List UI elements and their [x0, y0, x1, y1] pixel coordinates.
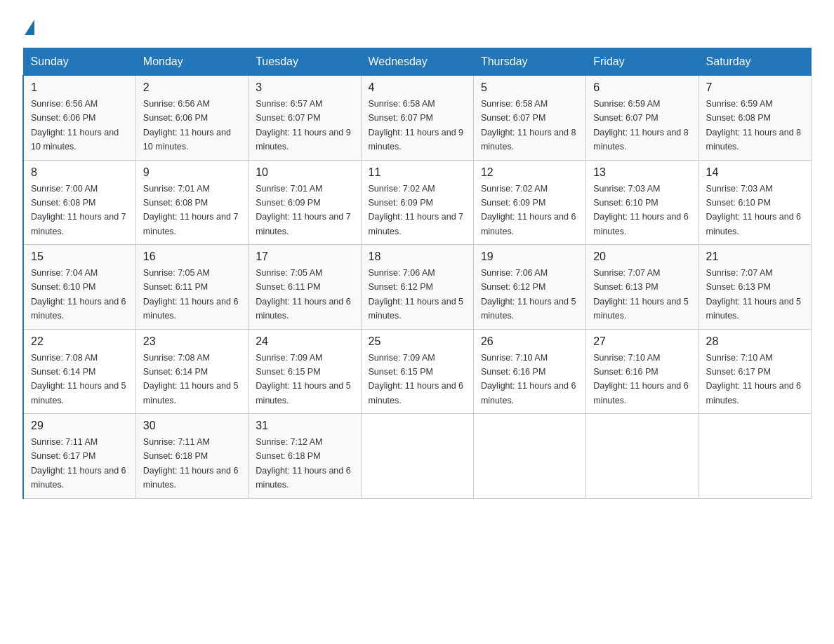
- day-number: 27: [593, 335, 691, 348]
- day-number: 18: [369, 250, 466, 263]
- day-number: 3: [256, 81, 353, 94]
- day-number: 24: [256, 335, 353, 348]
- day-number: 5: [481, 81, 578, 94]
- day-number: 19: [481, 250, 578, 263]
- calendar-cell: 30 Sunrise: 7:11 AMSunset: 6:18 PMDaylig…: [135, 414, 248, 499]
- calendar-cell: 14 Sunrise: 7:03 AMSunset: 6:10 PMDaylig…: [699, 160, 811, 245]
- calendar-cell: 13 Sunrise: 7:03 AMSunset: 6:10 PMDaylig…: [586, 160, 699, 245]
- day-number: 1: [31, 81, 128, 94]
- day-number: 10: [256, 166, 353, 179]
- calendar-cell: 4 Sunrise: 6:58 AMSunset: 6:07 PMDayligh…: [361, 76, 473, 161]
- day-info: Sunrise: 7:12 AMSunset: 6:18 PMDaylight:…: [256, 437, 351, 490]
- calendar-week-row: 15 Sunrise: 7:04 AMSunset: 6:10 PMDaylig…: [23, 245, 812, 330]
- day-info: Sunrise: 7:05 AMSunset: 6:11 PMDaylight:…: [256, 268, 351, 321]
- calendar-table: SundayMondayTuesdayWednesdayThursdayFrid…: [22, 48, 812, 499]
- calendar-header-monday: Monday: [135, 48, 248, 76]
- day-number: 7: [706, 81, 804, 94]
- day-number: 26: [481, 335, 578, 348]
- calendar-cell: 1 Sunrise: 6:56 AMSunset: 6:06 PMDayligh…: [23, 76, 135, 161]
- day-info: Sunrise: 6:59 AMSunset: 6:08 PMDaylight:…: [706, 99, 802, 152]
- day-info: Sunrise: 7:09 AMSunset: 6:15 PMDaylight:…: [369, 353, 464, 405]
- calendar-cell: 17 Sunrise: 7:05 AMSunset: 6:11 PMDaylig…: [249, 245, 361, 330]
- calendar-cell: 15 Sunrise: 7:04 AMSunset: 6:10 PMDaylig…: [23, 245, 135, 330]
- day-info: Sunrise: 7:09 AMSunset: 6:15 PMDaylight:…: [256, 353, 351, 405]
- day-info: Sunrise: 7:10 AMSunset: 6:17 PMDaylight:…: [706, 353, 802, 405]
- calendar-cell: 6 Sunrise: 6:59 AMSunset: 6:07 PMDayligh…: [586, 76, 699, 161]
- calendar-cell: [699, 414, 811, 499]
- calendar-cell: 5 Sunrise: 6:58 AMSunset: 6:07 PMDayligh…: [473, 76, 585, 161]
- day-info: Sunrise: 6:58 AMSunset: 6:07 PMDaylight:…: [369, 99, 464, 152]
- calendar-cell: 22 Sunrise: 7:08 AMSunset: 6:14 PMDaylig…: [23, 329, 135, 414]
- day-number: 31: [256, 420, 353, 432]
- day-number: 8: [31, 166, 128, 179]
- calendar-cell: [473, 414, 585, 499]
- day-number: 6: [593, 81, 691, 94]
- day-info: Sunrise: 7:11 AMSunset: 6:17 PMDaylight:…: [31, 437, 126, 490]
- calendar-header-thursday: Thursday: [473, 48, 585, 76]
- day-info: Sunrise: 7:11 AMSunset: 6:18 PMDaylight:…: [143, 437, 239, 490]
- calendar-cell: 19 Sunrise: 7:06 AMSunset: 6:12 PMDaylig…: [473, 245, 585, 330]
- day-info: Sunrise: 6:56 AMSunset: 6:06 PMDaylight:…: [143, 99, 231, 152]
- day-info: Sunrise: 7:07 AMSunset: 6:13 PMDaylight:…: [593, 268, 689, 321]
- day-number: 12: [481, 166, 578, 179]
- calendar-cell: 18 Sunrise: 7:06 AMSunset: 6:12 PMDaylig…: [361, 245, 473, 330]
- day-info: Sunrise: 7:04 AMSunset: 6:10 PMDaylight:…: [31, 268, 126, 321]
- calendar-cell: 8 Sunrise: 7:00 AMSunset: 6:08 PMDayligh…: [23, 160, 135, 245]
- day-info: Sunrise: 7:05 AMSunset: 6:11 PMDaylight:…: [143, 268, 239, 321]
- calendar-week-row: 8 Sunrise: 7:00 AMSunset: 6:08 PMDayligh…: [23, 160, 812, 245]
- calendar-week-row: 29 Sunrise: 7:11 AMSunset: 6:17 PMDaylig…: [23, 414, 812, 499]
- calendar-week-row: 1 Sunrise: 6:56 AMSunset: 6:06 PMDayligh…: [23, 76, 812, 161]
- day-number: 30: [143, 420, 241, 432]
- calendar-header-sunday: Sunday: [23, 48, 135, 76]
- calendar-cell: 12 Sunrise: 7:02 AMSunset: 6:09 PMDaylig…: [473, 160, 585, 245]
- calendar-cell: 23 Sunrise: 7:08 AMSunset: 6:14 PMDaylig…: [135, 329, 248, 414]
- calendar-cell: 24 Sunrise: 7:09 AMSunset: 6:15 PMDaylig…: [249, 329, 361, 414]
- day-number: 14: [706, 166, 804, 179]
- day-info: Sunrise: 7:10 AMSunset: 6:16 PMDaylight:…: [593, 353, 689, 405]
- day-info: Sunrise: 6:56 AMSunset: 6:06 PMDaylight:…: [31, 99, 119, 152]
- day-info: Sunrise: 6:59 AMSunset: 6:07 PMDaylight:…: [593, 99, 689, 152]
- calendar-cell: 21 Sunrise: 7:07 AMSunset: 6:13 PMDaylig…: [699, 245, 811, 330]
- day-number: 28: [706, 335, 804, 348]
- calendar-cell: 2 Sunrise: 6:56 AMSunset: 6:06 PMDayligh…: [135, 76, 248, 161]
- day-info: Sunrise: 7:06 AMSunset: 6:12 PMDaylight:…: [369, 268, 464, 321]
- calendar-header-wednesday: Wednesday: [361, 48, 473, 76]
- calendar-week-row: 22 Sunrise: 7:08 AMSunset: 6:14 PMDaylig…: [23, 329, 812, 414]
- calendar-cell: 28 Sunrise: 7:10 AMSunset: 6:17 PMDaylig…: [699, 329, 811, 414]
- day-info: Sunrise: 7:03 AMSunset: 6:10 PMDaylight:…: [593, 184, 689, 236]
- calendar-cell: 7 Sunrise: 6:59 AMSunset: 6:08 PMDayligh…: [699, 76, 811, 161]
- day-number: 15: [31, 250, 128, 263]
- calendar-cell: 25 Sunrise: 7:09 AMSunset: 6:15 PMDaylig…: [361, 329, 473, 414]
- calendar-cell: 20 Sunrise: 7:07 AMSunset: 6:13 PMDaylig…: [586, 245, 699, 330]
- day-number: 17: [256, 250, 353, 263]
- calendar-cell: 3 Sunrise: 6:57 AMSunset: 6:07 PMDayligh…: [249, 76, 361, 161]
- day-number: 13: [593, 166, 691, 179]
- day-info: Sunrise: 6:57 AMSunset: 6:07 PMDaylight:…: [256, 99, 351, 152]
- day-number: 9: [143, 166, 241, 179]
- day-info: Sunrise: 7:00 AMSunset: 6:08 PMDaylight:…: [31, 184, 126, 236]
- logo: [22, 17, 34, 35]
- calendar-cell: [586, 414, 699, 499]
- day-info: Sunrise: 6:58 AMSunset: 6:07 PMDaylight:…: [481, 99, 576, 152]
- day-info: Sunrise: 7:02 AMSunset: 6:09 PMDaylight:…: [481, 184, 576, 236]
- day-number: 25: [369, 335, 466, 348]
- day-info: Sunrise: 7:01 AMSunset: 6:08 PMDaylight:…: [143, 184, 239, 236]
- day-number: 22: [31, 335, 128, 348]
- day-number: 4: [369, 81, 466, 94]
- day-info: Sunrise: 7:06 AMSunset: 6:12 PMDaylight:…: [481, 268, 576, 321]
- day-number: 2: [143, 81, 241, 94]
- page-header: [22, 17, 812, 35]
- day-number: 29: [31, 420, 128, 432]
- day-info: Sunrise: 7:08 AMSunset: 6:14 PMDaylight:…: [143, 353, 239, 405]
- calendar-header-saturday: Saturday: [699, 48, 811, 76]
- day-info: Sunrise: 7:02 AMSunset: 6:09 PMDaylight:…: [369, 184, 464, 236]
- day-info: Sunrise: 7:07 AMSunset: 6:13 PMDaylight:…: [706, 268, 802, 321]
- day-number: 21: [706, 250, 804, 263]
- calendar-header-friday: Friday: [586, 48, 699, 76]
- day-number: 11: [369, 166, 466, 179]
- calendar-cell: 10 Sunrise: 7:01 AMSunset: 6:09 PMDaylig…: [249, 160, 361, 245]
- calendar-cell: 9 Sunrise: 7:01 AMSunset: 6:08 PMDayligh…: [135, 160, 248, 245]
- calendar-cell: 29 Sunrise: 7:11 AMSunset: 6:17 PMDaylig…: [23, 414, 135, 499]
- calendar-cell: 26 Sunrise: 7:10 AMSunset: 6:16 PMDaylig…: [473, 329, 585, 414]
- calendar-cell: 31 Sunrise: 7:12 AMSunset: 6:18 PMDaylig…: [249, 414, 361, 499]
